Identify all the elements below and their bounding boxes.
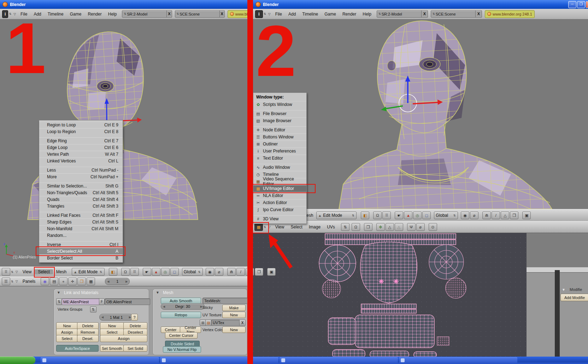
manipulator-scale-icon[interactable]: ◻ (422, 211, 431, 219)
shading-panel-icon[interactable]: ● (59, 278, 67, 285)
set-smooth-button[interactable]: Set Smooth (100, 345, 124, 352)
menu[interactable]: Timeline (45, 12, 67, 17)
menu[interactable]: Render (84, 12, 105, 17)
panel-page-counter[interactable]: ◀ 1 ▶ (105, 278, 130, 285)
window-type-item[interactable]: # 3D View (253, 215, 306, 222)
material-delete-button[interactable]: Delete (123, 322, 147, 329)
window-type-item[interactable]: ▧ Image Browser (253, 117, 306, 124)
panel-collapse-icon[interactable]: ▼ (156, 291, 159, 294)
autotexspace-button[interactable]: AutoTexSpace (56, 345, 99, 352)
proportional-edit-icon[interactable]: ⌀ (215, 268, 223, 276)
menu-view[interactable]: View (19, 269, 35, 274)
scene-unlink-button[interactable]: X (476, 10, 482, 18)
window-type-item[interactable]: ⊞ Outliner (253, 141, 306, 148)
sticky-make-button[interactable]: Make (222, 305, 246, 311)
vgroup-new-button[interactable]: New (56, 322, 78, 329)
menu-panels[interactable]: Panels (19, 279, 39, 284)
window-type-item[interactable]: ❖ Node Editor (253, 126, 306, 133)
mesh-datablock-field[interactable]: ME:AlienPriest (61, 298, 102, 305)
manipulator-translate-icon[interactable]: ▲ (152, 268, 160, 276)
right-arrow-icon[interactable]: ▶ (125, 280, 128, 283)
object-panel-icon[interactable]: ✛ (68, 278, 77, 285)
uv-face-select-icon[interactable]: △ (395, 223, 403, 231)
rotation-pivot-icon[interactable]: Ω (121, 268, 130, 276)
select-menu-item[interactable]: Border Select B (39, 255, 123, 261)
select-menu-item[interactable]: Loop to Region Ctrl E 8 (39, 128, 123, 135)
uv-stitch-icon[interactable]: Ψ (407, 223, 416, 231)
snap-magnet-icon[interactable]: ⋒ (482, 211, 491, 219)
material-help-button[interactable]: ? (131, 314, 138, 321)
select-menu-item[interactable]: Edge Loop Ctrl E 6 (39, 144, 123, 151)
manipulator-hand-icon[interactable]: ☛ (395, 211, 403, 219)
select-menu-item[interactable]: Select/Deselect All A (39, 248, 123, 255)
left-arrow-icon[interactable]: ◀ (163, 305, 165, 308)
mode-dropdown[interactable]: ▲ Edit Mode ⇅ (316, 211, 357, 219)
manipulator-scale-icon[interactable]: ◻ (170, 268, 179, 276)
no-vnormal-flip-button[interactable]: No V.Normal Flip (163, 346, 201, 353)
window-type-item[interactable]: ∫ Ipo Curve Editor (253, 206, 306, 213)
vgroup-deselect-button[interactable]: Desel. (77, 335, 99, 342)
menu[interactable]: Help (359, 12, 375, 17)
manipulator-translate-icon[interactable]: ▲ (404, 211, 412, 219)
add-modifier-button[interactable]: Add Modifie (560, 294, 588, 301)
menu[interactable]: Game (67, 12, 85, 17)
degr-counter[interactable]: ◀ Degr: 30 ▶ (161, 303, 205, 310)
select-menu-item[interactable]: Quads Ctrl Alt Shift 4 (39, 196, 123, 203)
maximize-button[interactable]: ❐ (577, 1, 585, 8)
uv-editor-type-button[interactable]: ▩ (254, 223, 263, 231)
editor-type-button[interactable]: ☰ (2, 278, 10, 285)
vgroup-delete-button[interactable]: Delete (77, 322, 99, 329)
select-menu-item[interactable]: Similar to Selection... Shift G (39, 183, 123, 189)
viewport-shading-icon[interactable]: ◧ (361, 211, 369, 219)
select-menu-item[interactable]: Edge Ring Ctrl E 7 (39, 137, 123, 144)
scene-selector[interactable]: ⇅ SCE:Scene (175, 10, 220, 18)
select-menu-item[interactable]: Less Ctrl NumPad - (39, 167, 123, 173)
vertex-color-new-button[interactable]: New (222, 327, 246, 333)
screen-selector[interactable]: ⇅ SR:2-Model (377, 10, 422, 18)
taskbar-window-button[interactable] (280, 357, 398, 363)
header-collapse-icon[interactable]: ▽ (267, 225, 272, 229)
retopo-button[interactable]: Retopo (161, 312, 201, 318)
select-menu-item[interactable]: Triangles Ctrl Alt Shift 3 (39, 203, 123, 209)
window-type-item[interactable]: i User Preferences (253, 148, 306, 155)
window-type-item[interactable]: ✂ Action Editor (253, 199, 306, 206)
material-select-button[interactable]: Select (100, 329, 124, 336)
viewport-shading-icon[interactable]: ◧ (109, 268, 117, 276)
rotation-pivot-icon[interactable]: Ω (373, 211, 382, 219)
uv-editor-viewport[interactable] (253, 232, 527, 357)
manipulator-rotate-icon[interactable]: ◎ (161, 268, 170, 276)
window-type-item[interactable]: ✿ Scripts Window (253, 101, 306, 108)
material-deselect-button[interactable]: Deselect (123, 329, 147, 336)
texmesh-field[interactable]: TexMesh: (202, 298, 248, 304)
window-type-item[interactable]: ∿ Audio Window (253, 164, 306, 171)
manipulator-hand-icon[interactable]: ☛ (143, 268, 151, 276)
clipping-icon[interactable]: / (236, 268, 245, 276)
vgroup-remove-button[interactable]: Remove (77, 329, 99, 336)
screen-selector[interactable]: ⇅ SR:2-Model (122, 10, 167, 18)
menu-select[interactable]: Select (287, 225, 305, 229)
uv-select-mode-icon[interactable]: ❒ (364, 223, 372, 231)
clipping-icon[interactable]: / (492, 211, 500, 219)
vgroup-select-button[interactable]: Select (56, 335, 78, 342)
window-type-item[interactable]: ≡ Text Editor (253, 155, 306, 162)
uv-texture-new-button[interactable]: New (222, 312, 246, 318)
render-preview-icon[interactable]: ▣ (522, 211, 531, 219)
snap-grid-icon[interactable]: ⠿ (382, 211, 391, 219)
uv-pivot-icon[interactable]: Ω (352, 223, 360, 231)
orientation-dropdown[interactable]: Global ⇅ (434, 211, 458, 219)
screen-unlink-button[interactable]: X (167, 10, 172, 18)
window-type-item[interactable]: ▦ Video Sequence Editor (253, 178, 306, 185)
manipulator-rotate-icon[interactable]: ◎ (413, 211, 422, 219)
uv-proportional-edit-icon[interactable]: ⌀ (416, 223, 425, 231)
select-menu-item[interactable]: Sharp Edges Ctrl Alt Shift S (39, 219, 123, 225)
editor-type-button[interactable]: ⠿ (2, 268, 10, 276)
vertex-select-mode-icon[interactable]: △ (501, 211, 509, 219)
minimize-button[interactable]: ─ (568, 1, 576, 8)
mode-dropdown[interactable]: ▲ Edit Mode ⇅ (72, 268, 105, 276)
editor-type-stepper[interactable]: ⇅ (10, 280, 14, 283)
left-arrow-icon[interactable]: ◀ (107, 280, 109, 283)
panel-collapse-icon[interactable]: ▼ (57, 291, 60, 294)
uv-stepper-button[interactable]: ⇅ (341, 223, 349, 231)
menu-select[interactable]: Select (35, 269, 53, 274)
select-menu-item[interactable]: Non-Manifold Ctrl Alt Shift M (39, 225, 123, 232)
